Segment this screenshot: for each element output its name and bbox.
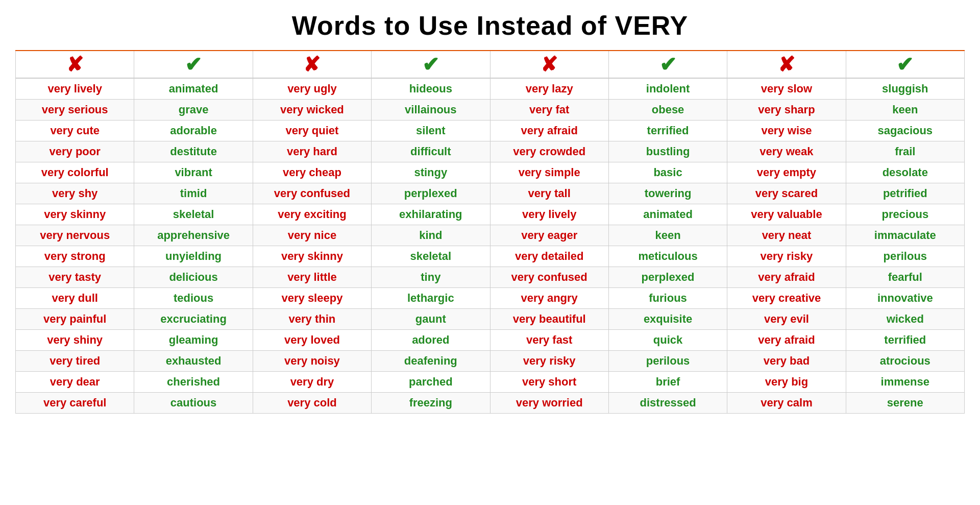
table-cell: furious xyxy=(608,288,727,309)
page-title: Words to Use Instead of VERY xyxy=(15,10,965,41)
table-cell: very beautiful xyxy=(490,309,608,330)
table-cell: bustling xyxy=(608,141,727,162)
table-cell: very thin xyxy=(253,309,371,330)
table-cell: skeletal xyxy=(372,246,490,267)
table-cell: very careful xyxy=(16,393,134,414)
table-cell: adorable xyxy=(134,121,253,141)
table-cell: exhilarating xyxy=(372,204,490,225)
table-cell: very shy xyxy=(16,183,134,204)
table-cell: timid xyxy=(134,183,253,204)
table-container: ✘ ✔ ✘ ✔ ✘ ✔ ✘ ✔ very livelyanimatedvery … xyxy=(15,51,965,414)
table-cell: cherished xyxy=(134,372,253,393)
table-cell: very calm xyxy=(727,393,846,414)
table-cell: very afraid xyxy=(727,330,846,351)
table-cell: very loved xyxy=(253,330,371,351)
table-row: very poordestitutevery harddifficultvery… xyxy=(16,141,965,162)
table-cell: apprehensive xyxy=(134,225,253,246)
table-cell: very empty xyxy=(727,162,846,183)
table-cell: precious xyxy=(846,204,964,225)
col-header-1: ✘ xyxy=(16,51,134,78)
table-cell: perplexed xyxy=(608,267,727,288)
table-cell: adored xyxy=(372,330,490,351)
table-cell: exquisite xyxy=(608,309,727,330)
table-cell: desolate xyxy=(846,162,964,183)
table-cell: very ugly xyxy=(253,78,371,100)
col-header-4: ✔ xyxy=(372,51,490,78)
table-cell: very serious xyxy=(16,100,134,121)
table-cell: villainous xyxy=(372,100,490,121)
table-row: very cuteadorablevery quietsilentvery af… xyxy=(16,121,965,141)
table-cell: very risky xyxy=(490,351,608,372)
table-cell: very nice xyxy=(253,225,371,246)
table-cell: very skinny xyxy=(253,246,371,267)
table-cell: perilous xyxy=(846,246,964,267)
table-cell: sluggish xyxy=(846,78,964,100)
table-cell: vibrant xyxy=(134,162,253,183)
table-cell: very painful xyxy=(16,309,134,330)
cross-icon-3: ✘ xyxy=(541,54,558,75)
table-cell: basic xyxy=(608,162,727,183)
table-cell: silent xyxy=(372,121,490,141)
table-cell: very wise xyxy=(727,121,846,141)
table-cell: very afraid xyxy=(727,267,846,288)
table-cell: tiny xyxy=(372,267,490,288)
table-cell: destitute xyxy=(134,141,253,162)
table-cell: very risky xyxy=(727,246,846,267)
col-header-7: ✘ xyxy=(727,51,846,78)
table-cell: keen xyxy=(846,100,964,121)
table-cell: very shiny xyxy=(16,330,134,351)
table-cell: very confused xyxy=(253,183,371,204)
check-icon-4: ✔ xyxy=(896,54,914,75)
table-cell: terrified xyxy=(846,330,964,351)
table-cell: very weak xyxy=(727,141,846,162)
col-header-2: ✔ xyxy=(134,51,253,78)
table-cell: cautious xyxy=(134,393,253,414)
table-cell: very simple xyxy=(490,162,608,183)
table-row: very seriousgravevery wickedvillainousve… xyxy=(16,100,965,121)
cross-icon-2: ✘ xyxy=(303,54,321,75)
table-cell: stingy xyxy=(372,162,490,183)
cross-icon-4: ✘ xyxy=(778,54,795,75)
table-cell: very detailed xyxy=(490,246,608,267)
table-cell: very worried xyxy=(490,393,608,414)
table-cell: very cheap xyxy=(253,162,371,183)
table-cell: gleaming xyxy=(134,330,253,351)
table-cell: very short xyxy=(490,372,608,393)
table-cell: unyielding xyxy=(134,246,253,267)
table-cell: very quiet xyxy=(253,121,371,141)
table-row: very dulltediousvery sleepylethargicvery… xyxy=(16,288,965,309)
table-cell: towering xyxy=(608,183,727,204)
icon-row: ✘ ✔ ✘ ✔ ✘ ✔ ✘ ✔ xyxy=(16,51,965,78)
table-cell: animated xyxy=(134,78,253,100)
table-cell: tedious xyxy=(134,288,253,309)
table-cell: difficult xyxy=(372,141,490,162)
table-cell: fearful xyxy=(846,267,964,288)
table-cell: keen xyxy=(608,225,727,246)
table-cell: terrified xyxy=(608,121,727,141)
check-icon-2: ✔ xyxy=(422,54,439,75)
table-cell: very nervous xyxy=(16,225,134,246)
table-cell: immaculate xyxy=(846,225,964,246)
col-header-5: ✘ xyxy=(490,51,608,78)
table-cell: immense xyxy=(846,372,964,393)
table-cell: distressed xyxy=(608,393,727,414)
table-cell: very valuable xyxy=(727,204,846,225)
table-cell: obese xyxy=(608,100,727,121)
table-cell: exhausted xyxy=(134,351,253,372)
table-cell: very poor xyxy=(16,141,134,162)
table-cell: deafening xyxy=(372,351,490,372)
table-cell: serene xyxy=(846,393,964,414)
table-row: very dearcherishedvery dryparchedvery sh… xyxy=(16,372,965,393)
table-cell: gaunt xyxy=(372,309,490,330)
table-cell: lethargic xyxy=(372,288,490,309)
table-row: very painfulexcruciatingvery thingauntve… xyxy=(16,309,965,330)
word-table: ✘ ✔ ✘ ✔ ✘ ✔ ✘ ✔ very livelyanimatedvery … xyxy=(15,51,965,414)
table-cell: perplexed xyxy=(372,183,490,204)
table-cell: quick xyxy=(608,330,727,351)
table-row: very shytimidvery confusedperplexedvery … xyxy=(16,183,965,204)
table-cell: very strong xyxy=(16,246,134,267)
table-cell: very tall xyxy=(490,183,608,204)
table-cell: indolent xyxy=(608,78,727,100)
table-cell: very scared xyxy=(727,183,846,204)
table-cell: very neat xyxy=(727,225,846,246)
